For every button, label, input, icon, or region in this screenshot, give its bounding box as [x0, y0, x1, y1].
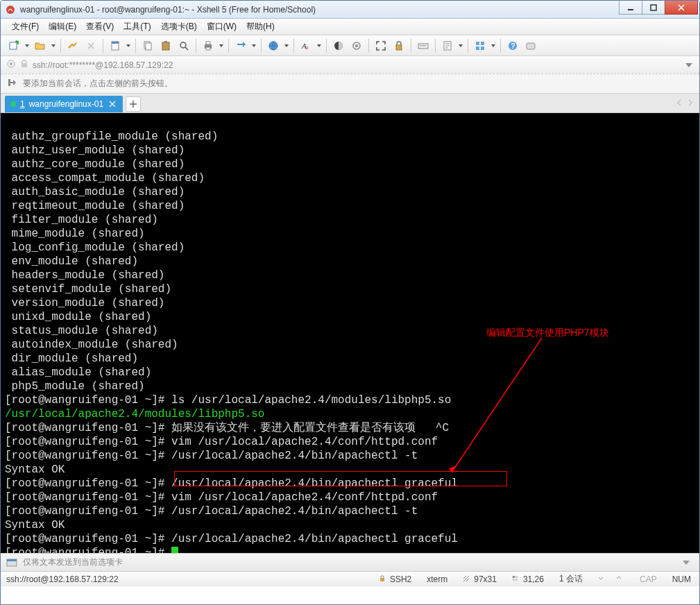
address-text[interactable]: ssh://root:********@192.168.57.129:22 — [33, 60, 680, 70]
properties-dropdown[interactable] — [126, 44, 131, 47]
tab-label: wangruifenglinux-01 — [29, 99, 103, 109]
svg-point-4 — [69, 46, 71, 48]
toolbar-separator — [135, 39, 136, 53]
tab-index: 1 — [20, 99, 25, 109]
svg-rect-21 — [396, 45, 402, 50]
tile-icon[interactable] — [472, 38, 488, 53]
terminal-line: setenvif_module (shared) — [5, 283, 171, 296]
paste-icon[interactable] — [158, 38, 173, 53]
font-dropdown[interactable] — [316, 44, 322, 47]
menu-edit[interactable]: 编辑(E) — [44, 19, 80, 35]
menu-bar: 文件(F) 编辑(E) 查看(V) 工具(T) 选项卡(B) 窗口(W) 帮助(… — [1, 19, 699, 35]
annotation-label: 编辑配置文件使用PHP7模块 — [486, 325, 609, 339]
window-maximize-button[interactable] — [642, 1, 665, 15]
color-scheme-icon[interactable] — [331, 38, 346, 53]
toolbar: Aa ? — [1, 35, 699, 56]
window-title: wangruifenglinux-01 - root@wangruifeng-0… — [20, 5, 697, 15]
status-size: 97x31 — [460, 574, 500, 584]
new-session-icon[interactable] — [6, 38, 22, 53]
terminal-line: alias_module (shared) — [5, 366, 151, 379]
status-sessions: 1 会话 — [556, 573, 586, 585]
terminal-output[interactable]: authz_groupfile_module (shared) authz_us… — [1, 113, 699, 553]
globe-dropdown[interactable] — [284, 44, 289, 47]
tab-add-button[interactable] — [126, 96, 141, 112]
terminal-line: version_module (shared) — [5, 297, 164, 309]
copy-icon[interactable] — [140, 38, 155, 53]
window-close-button[interactable] — [665, 1, 698, 15]
keyboard-icon[interactable] — [416, 38, 431, 53]
menu-tools[interactable]: 工具(T) — [119, 19, 155, 35]
svg-rect-8 — [146, 43, 151, 50]
add-session-arrow-icon[interactable] — [6, 77, 17, 90]
toolbar-separator — [500, 39, 501, 53]
svg-rect-6 — [112, 42, 119, 44]
terminal-line-path: /usr/local/apache2.4/modules/libphp5.so — [5, 408, 264, 420]
menu-tabs[interactable]: 选项卡(B) — [157, 19, 201, 35]
svg-text:?: ? — [511, 42, 515, 50]
status-position: 31,26 — [509, 574, 547, 584]
terminal-command: vim /usr/local/apache2.4/conf/httpd.conf — [171, 491, 438, 504]
svg-rect-9 — [162, 42, 169, 50]
terminal-line: headers_module (shared) — [5, 269, 164, 282]
reconnect-icon[interactable] — [65, 38, 80, 53]
terminal-line: auth_basic_module (shared) — [5, 186, 185, 198]
disconnect-icon[interactable] — [83, 38, 99, 53]
terminal-line: access_compat_module (shared) — [5, 172, 205, 185]
resize-tiny-icon — [463, 575, 471, 583]
lock-icon[interactable] — [391, 38, 407, 53]
print-icon[interactable] — [200, 38, 216, 53]
address-dropdown-icon[interactable] — [684, 60, 694, 70]
terminal-line: [root@wangruifeng-01 ~]# vim /usr/local/… — [5, 436, 438, 448]
find-icon[interactable] — [176, 38, 191, 53]
chevron-up-icon[interactable] — [598, 575, 606, 583]
send-mode-icon[interactable] — [6, 557, 17, 568]
menu-help[interactable]: 帮助(H) — [242, 19, 279, 35]
svg-rect-10 — [164, 41, 167, 43]
print-dropdown[interactable] — [219, 44, 224, 47]
menu-file[interactable]: 文件(F) — [8, 19, 43, 35]
menu-window[interactable]: 窗口(W) — [203, 19, 241, 35]
menu-view[interactable]: 查看(V) — [82, 19, 118, 35]
toolbar-separator — [411, 39, 411, 53]
tile-dropdown[interactable] — [490, 44, 496, 47]
terminal-line: Syntax OK — [5, 463, 65, 476]
about-icon[interactable] — [523, 38, 538, 53]
font-icon[interactable]: Aa — [298, 38, 314, 53]
svg-rect-24 — [422, 45, 423, 46]
highlight-icon[interactable] — [349, 38, 364, 53]
transfer-dropdown[interactable] — [251, 44, 257, 47]
terminal-prompt: [root@wangruifeng-01 ~]# — [5, 547, 171, 553]
transfer-icon[interactable] — [233, 38, 248, 53]
terminal-line: authz_user_module (shared) — [5, 144, 185, 157]
terminal-line: [root@wangruifeng-01 ~]# /usr/local/apac… — [5, 477, 458, 490]
cursor-pos-icon — [512, 575, 520, 583]
help-icon[interactable]: ? — [505, 38, 520, 53]
open-folder-dropdown[interactable] — [51, 44, 56, 47]
toolbar-separator — [368, 39, 369, 53]
svg-rect-45 — [515, 579, 518, 581]
script-dropdown[interactable] — [458, 44, 463, 47]
session-tab[interactable]: 1 wangruifenglinux-01 — [5, 96, 123, 112]
input-dropdown-icon[interactable] — [683, 557, 694, 568]
open-folder-icon[interactable] — [33, 38, 48, 53]
bookmark-icon[interactable] — [6, 59, 16, 71]
globe-icon[interactable] — [266, 38, 281, 53]
terminal-line: unixd_module (shared) — [5, 311, 151, 323]
tab-prev-icon[interactable] — [674, 96, 684, 109]
status-connection: ssh://root@192.168.57.129:22 — [6, 574, 366, 584]
terminal-line: authz_groupfile_module (shared) — [5, 130, 218, 143]
fullscreen-icon[interactable] — [373, 38, 389, 53]
hint-bar: 要添加当前会话，点击左侧的箭头按钮。 — [1, 74, 699, 94]
window-minimize-button[interactable] — [619, 1, 642, 15]
svg-rect-42 — [513, 576, 515, 578]
lock-tiny-icon — [379, 575, 387, 583]
properties-icon[interactable] — [108, 38, 123, 53]
input-hint-text[interactable]: 仅将文本发送到当前选项卡 — [23, 556, 677, 568]
tab-close-icon[interactable] — [108, 99, 117, 109]
toolbar-separator — [103, 39, 103, 53]
tab-next-icon[interactable] — [685, 96, 695, 109]
chevron-down-icon[interactable] — [616, 575, 624, 583]
tab-strip: 1 wangruifenglinux-01 — [1, 94, 699, 113]
script-icon[interactable] — [440, 38, 455, 53]
new-session-dropdown[interactable] — [24, 44, 30, 47]
